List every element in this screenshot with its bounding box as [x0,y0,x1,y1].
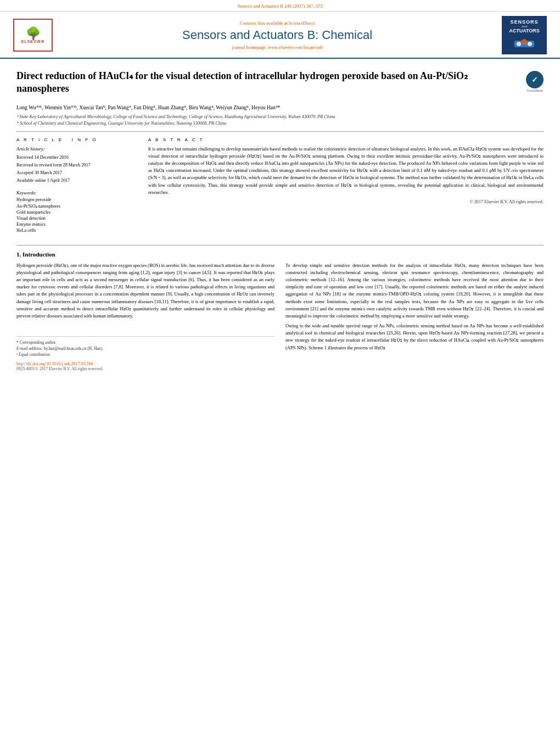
keywords-label: Keywords: [16,190,137,196]
article-header-section: ✓ CrossMark Direct reduction of HAuCl₄ f… [0,59,560,245]
copyright-notice: © 2017 Elsevier B.V. All rights reserved… [148,199,544,204]
sensors-logo-box: SENSORS and ACTUATORS [502,16,547,54]
article-title: Direct reduction of HAuCl₄ for the visua… [16,70,544,96]
history-label: Article history: [16,146,137,153]
keywords-section: Keywords: Hydrogen peroxide Au-Pt/SiO₂ n… [16,190,137,233]
elsevier-logo: 🌳 ELSEVIER [11,16,55,54]
abstract-heading: A B S T R A C T [148,137,544,142]
intro-col-left: Hydrogen peroxide (H₂O₂), one of the maj… [16,262,275,371]
crossmark-badge: ✓ CrossMark [526,71,544,92]
authors: Long Wuᵃⱽ¹, Wenmin Yinᵃⱽ¹, Xuecai Tanᵇ, … [16,104,544,110]
keyword-4: Visual detection [16,216,137,221]
affiliation-a: ᵃ State Key Laboratory of Agricultural M… [16,114,544,119]
received-date: Received 14 December 2016 [16,154,137,161]
page: Sensors and Actuators B 248 (2017) 367–3… [0,0,560,742]
issn-text: 0925-4005/© 2017 Elsevier B.V. All right… [16,366,275,371]
intro-para-1: Hydrogen peroxide (H₂O₂), one of the maj… [16,262,275,320]
doi-link[interactable]: http://dx.doi.org/10.1016/j.snb.2017.03.… [16,361,275,366]
keyword-5: Enzyme mimics [16,222,137,227]
elsevier-brand-text: ELSEVIER [21,40,45,43]
journal-reference: Sensors and Actuators B 248 (2017) 367–3… [191,3,370,9]
sciencedirect-link: Contents lists available at ScienceDirec… [240,20,315,26]
keyword-2: Au-Pt/SiO₂ nanospheres [16,203,137,209]
svg-point-2 [522,39,527,44]
journal-header: 🌳 ELSEVIER Contents lists available at S… [0,12,560,59]
journal-title-area: Contents lists available at ScienceDirec… [60,16,494,54]
revised-date: Received in revised form 28 March 2017 [16,162,137,169]
footnote-equal: ¹ Equal contribution. [16,352,275,357]
elsevier-logo-box: 🌳 ELSEVIER [13,19,53,52]
journal-title: Sensors and Actuators B: Chemical [182,28,372,42]
available-date: Available online 1 April 2017 [16,177,137,184]
journal-homepage: journal homepage: www.elsevier.com/locat… [232,44,322,50]
keyword-3: Gold nanoparticles [16,210,137,215]
divider-1 [16,131,544,132]
article-info-col: A R T I C L E I N F O Article history: R… [16,137,137,234]
intro-two-col: Hydrogen peroxide (H₂O₂), one of the maj… [16,262,544,371]
crossmark-icon: ✓ [526,71,544,88]
intro-para-3: Owing to the wide and tunable spectral r… [285,322,544,352]
sensors-actuators-logo: SENSORS and ACTUATORS [500,16,549,54]
footnote-email: E-mail address: hy.han@mail.hzau.edu.cn … [16,346,275,351]
sensors-logo-icon [513,35,535,52]
sensors-actuators-text: ACTUATORS [509,28,540,34]
journal-ref-bar: Sensors and Actuators B 248 (2017) 367–3… [0,0,560,12]
intro-text-col2: To develop simple and sensitive detectio… [285,262,544,352]
doi-area: http://dx.doi.org/10.1016/j.snb.2017.03.… [16,361,275,371]
sciencedirect-brand[interactable]: ScienceDirect [289,20,315,26]
footnote-corresponding: * Corresponding author. [16,340,275,345]
elsevier-tree-icon: 🌳 [26,27,41,40]
homepage-link[interactable]: www.elsevier.com/locate/snb [268,44,323,50]
intro-col-right: To develop simple and sensitive detectio… [285,262,544,371]
article-history: Article history: Received 14 December 20… [16,146,137,185]
sensors-logo-text: SENSORS [510,19,538,25]
main-content: 1. Introduction Hydrogen peroxide (H₂O₂)… [0,246,560,382]
article-info-heading: A R T I C L E I N F O [16,137,137,142]
keyword-1: Hydrogen peroxide [16,197,137,202]
article-info-abstract: A R T I C L E I N F O Article history: R… [16,137,544,234]
footnote-email-value: hy.han@mail.hzau.edu.cn (H. Han). [44,346,103,351]
footnote-area: * Corresponding author. E-mail address: … [16,336,275,357]
intro-para-2: To develop simple and sensitive detectio… [285,262,544,320]
affiliations: ᵃ State Key Laboratory of Agricultural M… [16,114,544,126]
intro-text-col1: Hydrogen peroxide (H₂O₂), one of the maj… [16,262,275,320]
accepted-date: Accepted 30 March 2017 [16,170,137,176]
abstract-col: A B S T R A C T It is attractive but rem… [148,137,544,234]
section-1-title: 1. Introduction [16,251,544,258]
abstract-text: It is attractive but remains challenging… [148,146,544,196]
affiliation-b: ᵇ School of Chemistry and Chemical Engin… [16,120,544,126]
keyword-6: HeLa cells [16,228,137,233]
